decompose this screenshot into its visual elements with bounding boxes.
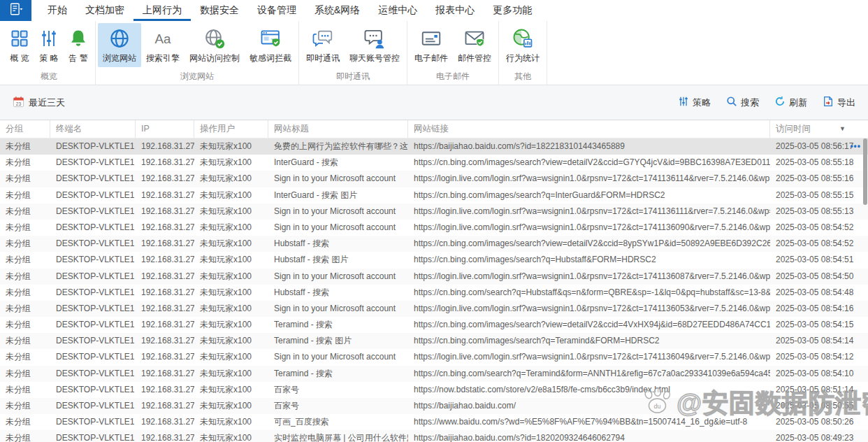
cell-url: https://cn.bing.com/search?q=Teramind&fo… [408, 366, 770, 382]
ribbon-button-chat-user[interactable]: 聊天账号管控 [345, 23, 405, 67]
column-header-user[interactable]: 操作用户 [194, 120, 268, 138]
cell-terminal: DESKTOP-VLKTLE1 [50, 155, 136, 171]
column-header-terminal[interactable]: 终端名 [50, 120, 136, 138]
ribbon-button-chat[interactable]: 即时通讯 [301, 23, 345, 67]
chat-icon [312, 27, 334, 50]
cell-title: InterGuard - 搜索 [268, 155, 408, 171]
date-range-filter[interactable]: 23 最近三天 [13, 96, 65, 110]
ribbon-group-label: 概览 [5, 71, 93, 85]
app-menu-button[interactable] [0, 0, 31, 21]
table-row[interactable]: 未分组DESKTOP-VLKTLE1192.168.31.27未知玩家x100H… [0, 236, 868, 252]
ribbon-button-globe[interactable]: 浏览网站 [98, 23, 141, 67]
menu-tab-9[interactable]: 更多功能 [484, 0, 541, 21]
cell-user: 未知玩家x100 [194, 430, 268, 442]
ribbon-button-window-shield[interactable]: 敏感词拦截 [245, 23, 296, 67]
menu-tab-2[interactable]: 文档加密 [76, 0, 133, 21]
table-row[interactable]: 未分组DESKTOP-VLKTLE1192.168.31.27未知玩家x100T… [0, 366, 868, 382]
table-row[interactable]: 未分组DESKTOP-VLKTLE1192.168.31.27未知玩家x100T… [0, 317, 868, 333]
toolbar-actions: 策略搜索刷新导出 [678, 96, 855, 109]
row-actions-button[interactable]: ••• [850, 138, 861, 155]
cell-time: 2025-03-05 08:54:52 [770, 236, 868, 252]
cell-group: 未分组 [0, 204, 50, 220]
cell-group: 未分组 [0, 333, 50, 349]
table-row[interactable]: 未分组DESKTOP-VLKTLE1192.168.31.27未知玩家x100免… [0, 138, 868, 155]
menu-tab-8[interactable]: 报表中心 [426, 0, 484, 21]
column-header-time[interactable]: 访问时间▼ [770, 120, 868, 138]
table-row[interactable]: 未分组DESKTOP-VLKTLE1192.168.31.27未知玩家x100S… [0, 269, 868, 285]
table-row[interactable]: 未分组DESKTOP-VLKTLE1192.168.31.27未知玩家x100I… [0, 155, 868, 171]
ribbon-button-sliders[interactable]: 策 略 [34, 23, 64, 67]
cell-url: https://now.bdstatic.com/store/v2/e8a15f… [408, 382, 770, 398]
menu-tab-5[interactable]: 设备管理 [248, 0, 305, 21]
table-row[interactable]: 未分组DESKTOP-VLKTLE1192.168.31.27未知玩家x100可… [0, 414, 868, 430]
cell-url: https://baijiahao.baidu.com/ [408, 398, 770, 414]
filter-toolbar: 23 最近三天 策略搜索刷新导出 [0, 85, 868, 120]
toolbar-action-search[interactable]: 搜索 [726, 96, 759, 109]
cell-url: https://baijiahao.baidu.com/s?id=1820209… [408, 430, 770, 442]
table-row[interactable]: 未分组DESKTOP-VLKTLE1192.168.31.27未知玩家x100S… [0, 301, 868, 317]
aa-icon: Aa [152, 27, 173, 50]
ribbon-button-label: 网站访问控制 [189, 52, 240, 64]
cell-time: 2025-03-05 08:54:12 [770, 349, 868, 365]
cell-ip: 192.168.31.27 [136, 317, 194, 333]
cell-title: Teramind - 搜索 [268, 317, 408, 333]
cell-title: Hubstaff - 搜索 图片 [268, 252, 408, 268]
cell-url: https://cn.bing.com/images/search?view=d… [408, 236, 770, 252]
cell-group: 未分组 [0, 220, 50, 236]
sort-caret-icon[interactable]: ▼ [839, 120, 846, 138]
cell-title: 实时监控电脑屏幕 | 公司用什么软件监控... [268, 430, 408, 442]
ribbon-button-mail[interactable]: 电子邮件 [410, 23, 453, 67]
vertical-scrollbar[interactable] [863, 138, 867, 442]
cell-ip: 192.168.31.27 [136, 138, 194, 155]
table-row[interactable]: 未分组DESKTOP-VLKTLE1192.168.31.27未知玩家x100实… [0, 430, 868, 442]
ribbon-button-aa[interactable]: Aa搜索引擎 [141, 23, 185, 67]
menu-tab-3[interactable]: 上网行为 [133, 0, 191, 21]
table-body: 未分组DESKTOP-VLKTLE1192.168.31.27未知玩家x100免… [0, 138, 868, 442]
ribbon-button-globe-chart[interactable]: 行为统计 [501, 23, 544, 67]
ribbon-button-grid[interactable]: 概 览 [5, 23, 34, 67]
table-row[interactable]: 未分组DESKTOP-VLKTLE1192.168.31.27未知玩家x100H… [0, 252, 868, 268]
cell-user: 未知玩家x100 [194, 398, 268, 414]
ribbon-button-globe-check[interactable]: 网站访问控制 [185, 23, 245, 67]
table-row[interactable]: 未分组DESKTOP-VLKTLE1192.168.31.27未知玩家x100I… [0, 187, 868, 204]
column-header-group[interactable]: 分组 [0, 120, 50, 138]
table-row[interactable]: 未分组DESKTOP-VLKTLE1192.168.31.27未知玩家x100S… [0, 349, 868, 365]
menu-tab-6[interactable]: 系统&网络 [305, 0, 369, 21]
ribbon-group-label: 浏览网站 [98, 71, 296, 85]
column-header-ip[interactable]: IP [136, 120, 194, 138]
cell-user: 未知玩家x100 [194, 382, 268, 398]
cell-time: 2025-03-05 08:55:13 [770, 204, 868, 220]
table-row[interactable]: 未分组DESKTOP-VLKTLE1192.168.31.27未知玩家x100百… [0, 382, 868, 398]
cell-terminal: DESKTOP-VLKTLE1 [50, 171, 136, 187]
cell-user: 未知玩家x100 [194, 187, 268, 204]
cell-group: 未分组 [0, 301, 50, 317]
column-header-url[interactable]: 网站链接 [408, 120, 770, 138]
cell-user: 未知玩家x100 [194, 333, 268, 349]
cell-time: 2025-03-05 08:54:15 [770, 317, 868, 333]
cell-url: https://cn.bing.com/images/search?view=d… [408, 317, 770, 333]
column-header-title[interactable]: 网站标题 [268, 120, 408, 138]
scrollbar-thumb[interactable] [863, 138, 867, 205]
toolbar-action-export[interactable]: 导出 [823, 96, 855, 109]
table-row[interactable]: 未分组DESKTOP-VLKTLE1192.168.31.27未知玩家x100S… [0, 204, 868, 220]
table-row[interactable]: 未分组DESKTOP-VLKTLE1192.168.31.27未知玩家x100H… [0, 285, 868, 301]
toolbar-action-refresh[interactable]: 刷新 [774, 96, 807, 109]
ribbon-button-label: 搜索引擎 [146, 52, 180, 64]
menu-tab-4[interactable]: 数据安全 [191, 0, 248, 21]
cell-group: 未分组 [0, 317, 50, 333]
menu-tab-1[interactable]: 开始 [38, 0, 76, 21]
cell-title: Sign in to your Microsoft account [268, 171, 408, 187]
table-row[interactable]: 未分组DESKTOP-VLKTLE1192.168.31.27未知玩家x100T… [0, 333, 868, 349]
menu-tab-7[interactable]: 运维中心 [369, 0, 426, 21]
cell-group: 未分组 [0, 430, 50, 442]
table-row[interactable]: 未分组DESKTOP-VLKTLE1192.168.31.27未知玩家x100S… [0, 171, 868, 187]
ribbon-button-bell[interactable]: 告 警 [64, 23, 93, 67]
cell-group: 未分组 [0, 398, 50, 414]
table-row[interactable]: 未分组DESKTOP-VLKTLE1192.168.31.27未知玩家x100S… [0, 220, 868, 236]
table-header: 分组终端名IP操作用户网站标题网站链接访问时间▼ [0, 120, 868, 138]
ribbon-button-mail-shield[interactable]: 邮件管控 [453, 23, 496, 67]
toolbar-action-label: 搜索 [741, 97, 759, 109]
toolbar-action-sliders-sm[interactable]: 策略 [678, 96, 711, 109]
refresh-icon [774, 96, 786, 109]
table-row[interactable]: 未分组DESKTOP-VLKTLE1192.168.31.27未知玩家x100百… [0, 398, 868, 414]
